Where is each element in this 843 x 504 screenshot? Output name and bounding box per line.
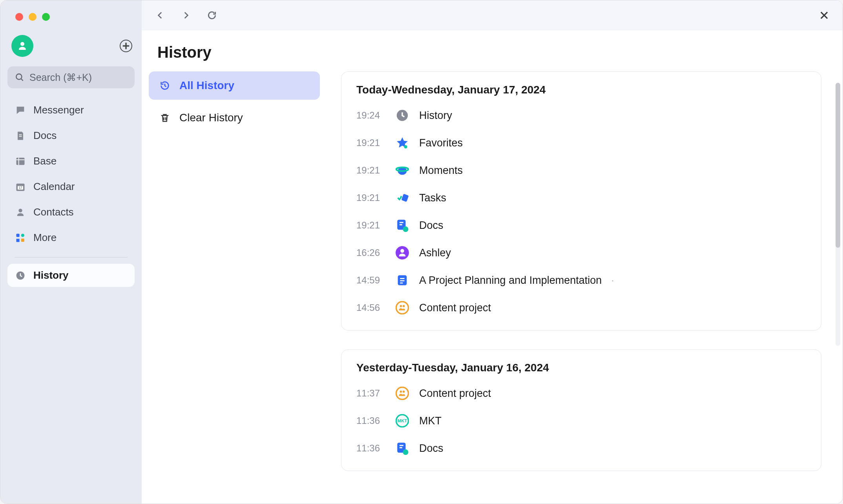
- star-icon: [395, 135, 410, 150]
- history-label-extra: ·: [611, 274, 614, 287]
- history-label: Tasks: [419, 192, 446, 204]
- history-time: 19:21: [356, 220, 385, 231]
- contacts-icon: [15, 206, 26, 218]
- more-icon: [15, 232, 26, 244]
- search-input[interactable]: Search (⌘+K): [7, 66, 135, 88]
- docs-app-icon: [395, 218, 410, 233]
- sidebar-item-base[interactable]: Base: [7, 150, 135, 173]
- docs-app-icon: [395, 441, 410, 456]
- history-row[interactable]: 19:21 Moments: [356, 157, 806, 184]
- svg-point-18: [396, 301, 408, 314]
- history-group: Today-Wednesday, January 17, 2024 19:24 …: [341, 71, 821, 331]
- nav-forward-button[interactable]: [179, 8, 193, 23]
- messenger-icon: [15, 104, 26, 116]
- clock-icon: [395, 108, 410, 123]
- refresh-button[interactable]: [204, 8, 219, 23]
- sidebar-item-contacts[interactable]: Contacts: [7, 201, 135, 224]
- history-label: Content project: [419, 387, 491, 400]
- sidebar-item-history[interactable]: History: [7, 264, 135, 287]
- sidebar-item-label: History: [33, 269, 69, 281]
- planet-icon: [395, 163, 410, 178]
- history-row[interactable]: 19:21 Favorites: [356, 129, 806, 157]
- history-time: 11:37: [356, 388, 385, 399]
- svg-rect-5: [16, 234, 20, 237]
- svg-rect-7: [21, 238, 24, 241]
- window-close-button[interactable]: [15, 13, 23, 21]
- history-time: 19:21: [356, 165, 385, 176]
- svg-rect-1: [16, 157, 25, 165]
- filter-all-history[interactable]: All History: [149, 71, 320, 100]
- nav-divider: [15, 257, 128, 257]
- window-maximize-button[interactable]: [42, 13, 50, 21]
- scrollbar[interactable]: [836, 83, 840, 346]
- history-group-title: Yesterday-Tuesday, January 16, 2024: [356, 362, 806, 374]
- svg-point-6: [21, 234, 24, 237]
- chevron-right-icon: [181, 10, 191, 20]
- history-time: 11:36: [356, 443, 385, 454]
- content-area: History All History Clear History: [142, 0, 843, 504]
- app-window: Search (⌘+K) Messenger Docs Base: [0, 0, 843, 504]
- history-row[interactable]: 19:21 Tasks: [356, 184, 806, 212]
- history-time: 11:36: [356, 415, 385, 426]
- svg-point-0: [16, 74, 22, 79]
- main: History All History Clear History: [142, 30, 843, 504]
- history-label: Favorites: [419, 137, 463, 149]
- history-row[interactable]: 14:56 Content project: [356, 294, 806, 321]
- toolbar: [142, 0, 843, 30]
- svg-point-10: [404, 145, 407, 149]
- chevron-left-icon: [155, 10, 165, 20]
- history-group: Yesterday-Tuesday, January 16, 2024 11:3…: [341, 349, 821, 471]
- window-controls: [7, 0, 135, 31]
- history-label: MKT: [419, 415, 442, 427]
- refresh-icon: [207, 10, 217, 20]
- plus-icon: [120, 40, 131, 51]
- history-time: 19:21: [356, 192, 385, 203]
- history-row[interactable]: 11:36 MKT MKT: [356, 407, 806, 435]
- close-page-button[interactable]: [817, 8, 832, 23]
- filter-clear-history[interactable]: Clear History: [149, 104, 320, 132]
- history-row[interactable]: 14:59 A Project Planning and Implementat…: [356, 267, 806, 294]
- group-icon: [395, 300, 410, 315]
- search-icon: [15, 72, 25, 82]
- sidebar-item-label: Base: [33, 155, 57, 167]
- svg-point-19: [396, 387, 408, 399]
- history-row[interactable]: 19:24 History: [356, 102, 806, 129]
- history-row[interactable]: 11:37 Content project: [356, 380, 806, 407]
- avatar-icon: [395, 245, 410, 260]
- history-icon: [159, 80, 171, 91]
- history-list[interactable]: Today-Wednesday, January 17, 2024 19:24 …: [341, 71, 827, 504]
- sidebar-item-more[interactable]: More: [7, 226, 135, 249]
- base-icon: [15, 155, 26, 167]
- history-row[interactable]: 16:26 Ashley: [356, 239, 806, 267]
- sidebar-item-docs[interactable]: Docs: [7, 124, 135, 147]
- window-minimize-button[interactable]: [29, 13, 36, 21]
- history-time: 16:26: [356, 247, 385, 258]
- sidebar-item-label: Calendar: [33, 181, 75, 193]
- sidebar-item-calendar[interactable]: 17 Calendar: [7, 175, 135, 198]
- svg-rect-13: [401, 194, 409, 202]
- svg-point-23: [403, 449, 408, 455]
- docs-icon: [15, 130, 26, 142]
- history-label: Moments: [419, 164, 463, 177]
- history-row[interactable]: 11:36 Docs: [356, 435, 806, 462]
- filter-label: All History: [179, 79, 234, 92]
- filter-label: Clear History: [179, 111, 243, 124]
- nav-back-button[interactable]: [153, 8, 168, 23]
- scrollbar-thumb[interactable]: [836, 83, 840, 248]
- history-label: Ashley: [419, 247, 451, 259]
- history-time: 19:24: [356, 110, 385, 121]
- profile-avatar[interactable]: [11, 35, 33, 57]
- close-icon: [819, 10, 830, 21]
- sidebar-item-messenger[interactable]: Messenger: [7, 99, 135, 122]
- document-icon: [395, 273, 410, 288]
- page-title: History: [142, 30, 843, 71]
- mkt-badge-icon: MKT: [395, 413, 410, 428]
- calendar-icon: 17: [15, 181, 26, 193]
- history-label: A Project Planning and Implementation: [419, 274, 602, 287]
- svg-text:MKT: MKT: [398, 418, 407, 423]
- search-placeholder: Search (⌘+K): [29, 72, 92, 83]
- add-button[interactable]: [120, 40, 132, 52]
- tasks-icon: [395, 190, 410, 205]
- history-row[interactable]: 19:21 Docs: [356, 212, 806, 239]
- nav-list: Messenger Docs Base 17 Calendar: [7, 96, 135, 287]
